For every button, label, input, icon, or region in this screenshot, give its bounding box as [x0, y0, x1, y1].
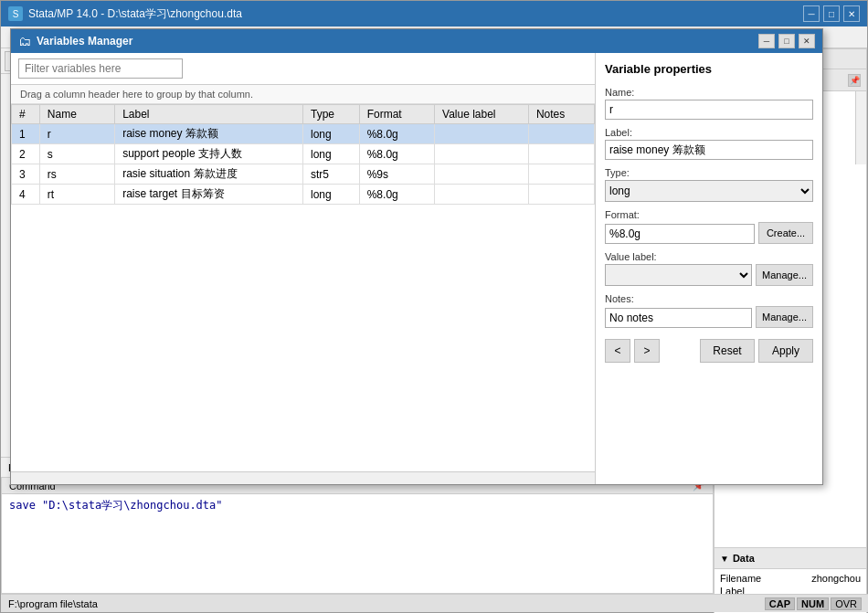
cell-name: rs: [39, 164, 114, 185]
cell-format: %8.0g: [359, 185, 434, 205]
cell-value-label: [435, 164, 529, 185]
col-header-notes[interactable]: Notes: [528, 105, 594, 124]
dialog-title-text: Variables Manager: [37, 35, 132, 48]
table-row[interactable]: 2 s support people 支持人数 long %8.0g: [12, 144, 595, 164]
prop-group-value-label: Value label: Manage...: [605, 251, 813, 286]
dialog-maximize-button[interactable]: □: [778, 34, 795, 48]
col-header-value-label[interactable]: Value label: [435, 105, 529, 124]
col-header-type[interactable]: Type: [302, 105, 359, 124]
prop-group-name: Name:: [605, 87, 813, 120]
cell-value-label: [435, 144, 529, 164]
cell-type: long: [302, 124, 359, 144]
value-label-select[interactable]: [605, 264, 752, 286]
cell-label: support people 支持人数: [115, 144, 303, 164]
name-input[interactable]: [605, 100, 813, 120]
reset-button[interactable]: Reset: [700, 339, 755, 363]
type-label: Type:: [605, 167, 813, 178]
cell-label: raise money 筹款额: [115, 124, 303, 144]
cell-num: 1: [12, 124, 40, 144]
filter-bar: [11, 53, 595, 85]
data-section-header: ▼ Data: [715, 547, 866, 569]
filepath-text: F:\program file\stata: [8, 598, 98, 609]
variables-manager-dialog: 🗂 Variables Manager ─ □ ✕ Drag a column …: [10, 28, 823, 485]
variable-table-container[interactable]: # Name Label Type Format Value label Not…: [11, 104, 595, 471]
right-panel-scrollbar[interactable]: [855, 91, 866, 164]
drag-hint: Drag a column header here to group by th…: [11, 85, 595, 104]
minimize-button[interactable]: ─: [803, 5, 820, 22]
cell-num: 2: [12, 144, 40, 164]
dialog-minimize-button[interactable]: ─: [758, 34, 775, 48]
dialog-icon: 🗂: [18, 34, 31, 48]
dialog-title-bar: 🗂 Variables Manager ─ □ ✕: [11, 29, 822, 53]
prop-group-notes: Notes: Manage...: [605, 293, 813, 328]
notes-input[interactable]: [605, 308, 752, 328]
filepath-num-badge: NUM: [797, 597, 829, 610]
table-header-row: # Name Label Type Format Value label Not…: [12, 105, 595, 124]
app-title: Stata/MP 14.0 - D:\stata学习\zhongchou.dta: [28, 6, 242, 22]
data-label: Data: [733, 553, 755, 564]
cell-name: s: [39, 144, 114, 164]
col-header-label[interactable]: Label: [115, 105, 303, 124]
manage-notes-button[interactable]: Manage...: [756, 306, 813, 328]
manage-value-label-button[interactable]: Manage...: [756, 264, 813, 286]
stata-main-window: S Stata/MP 14.0 - D:\stata学习\zhongchou.d…: [0, 0, 868, 613]
create-button[interactable]: Create...: [758, 222, 813, 244]
col-header-num[interactable]: #: [12, 105, 40, 124]
notes-controls: 📌: [848, 74, 861, 87]
cell-notes: [528, 124, 594, 144]
cell-type: str5: [302, 164, 359, 185]
command-input[interactable]: save "D:\stata学习\zhongchou.dta": [2, 494, 713, 593]
app-icon: S: [8, 6, 23, 21]
col-header-format[interactable]: Format: [359, 105, 434, 124]
data-expand-icon[interactable]: ▼: [720, 554, 729, 564]
command-panel: Command 📌 save "D:\stata学习\zhongchou.dta…: [1, 477, 714, 594]
horizontal-scrollbar[interactable]: [11, 471, 595, 484]
dialog-body: Drag a column header here to group by th…: [11, 53, 822, 484]
type-select[interactable]: long byte int float double str: [605, 180, 813, 202]
bottom-area: Command 📌 save "D:\stata学习\zhongchou.dta…: [1, 477, 714, 594]
filepath-bar: F:\program file\stata CAP NUM OVR: [1, 594, 868, 612]
cell-notes: [528, 185, 594, 205]
cell-value-label: [435, 185, 529, 205]
cell-num: 3: [12, 164, 40, 185]
nav-buttons-row: < > Reset Apply: [605, 339, 813, 363]
cell-label: rasie situation 筹款进度: [115, 164, 303, 185]
filter-input[interactable]: [18, 58, 183, 79]
filename-value: zhongchou: [811, 573, 861, 584]
cell-format: %8.0g: [359, 144, 434, 164]
cell-name: r: [39, 124, 114, 144]
label-input[interactable]: [605, 140, 813, 160]
dialog-close-button[interactable]: ✕: [799, 34, 815, 48]
cell-notes: [528, 144, 594, 164]
cell-format: %9s: [359, 164, 434, 185]
cell-num: 4: [12, 185, 40, 205]
prev-button[interactable]: <: [605, 339, 630, 363]
cell-type: long: [302, 185, 359, 205]
maximize-button[interactable]: □: [823, 5, 840, 22]
prop-group-label: Label:: [605, 127, 813, 160]
notes-pin-btn[interactable]: 📌: [848, 74, 861, 87]
variable-properties-panel: Variable properties Name: Label: Type: l…: [596, 53, 822, 484]
title-bar: S Stata/MP 14.0 - D:\stata学习\zhongchou.d…: [1, 1, 867, 26]
cell-format: %8.0g: [359, 124, 434, 144]
cell-label: raise target 目标筹资: [115, 185, 303, 205]
table-row[interactable]: 3 rs rasie situation 筹款进度 str5 %9s: [12, 164, 595, 185]
variable-table: # Name Label Type Format Value label Not…: [11, 104, 595, 205]
props-title: Variable properties: [605, 62, 813, 76]
prop-group-type: Type: long byte int float double str: [605, 167, 813, 202]
cell-type: long: [302, 144, 359, 164]
close-button[interactable]: ✕: [843, 5, 860, 22]
filename-key: Filename: [720, 573, 761, 584]
label-label: Label:: [605, 127, 813, 138]
prop-group-format: Format: Create...: [605, 209, 813, 244]
next-button[interactable]: >: [634, 339, 660, 363]
format-label: Format:: [605, 209, 813, 220]
name-label: Name:: [605, 87, 813, 98]
table-row[interactable]: 4 rt raise target 目标筹资 long %8.0g: [12, 185, 595, 205]
table-row[interactable]: 1 r raise money 筹款额 long %8.0g: [12, 124, 595, 144]
col-header-name[interactable]: Name: [39, 105, 114, 124]
filepath-ovr-badge: OVR: [831, 597, 862, 610]
apply-button[interactable]: Apply: [758, 339, 813, 363]
format-input[interactable]: [605, 224, 755, 244]
cell-name: rt: [39, 185, 114, 205]
